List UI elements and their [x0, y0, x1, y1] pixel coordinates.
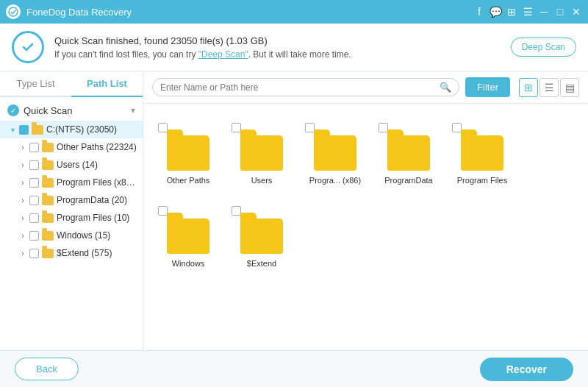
- status-banner: Quick Scan finished, found 23050 file(s)…: [0, 24, 588, 71]
- tree-checkbox[interactable]: [19, 125, 29, 135]
- back-button[interactable]: Back: [15, 358, 79, 380]
- facebook-icon[interactable]: f: [473, 6, 485, 18]
- file-toolbar: 🔍 Filter ⊞ ☰ ▤: [143, 71, 588, 104]
- tree-checkbox[interactable]: [29, 196, 39, 205]
- bottom-bar: Back Recover: [0, 350, 588, 387]
- expander-icon: ›: [18, 160, 28, 170]
- chat-icon[interactable]: 💬: [490, 6, 501, 18]
- tree-checkbox[interactable]: [29, 143, 39, 152]
- folder-big-icon: [314, 135, 356, 171]
- tree-checkbox[interactable]: [29, 249, 39, 258]
- file-item-name: Windows: [172, 258, 205, 269]
- filter-button[interactable]: Filter: [465, 77, 510, 97]
- folder-big-icon: [387, 135, 430, 171]
- tree-item-label: Other Paths (22324): [57, 142, 138, 152]
- status-text: Quick Scan finished, found 23050 file(s)…: [54, 35, 511, 60]
- folder-big-icon: [167, 135, 209, 171]
- expander-icon: ›: [18, 195, 28, 205]
- tree-checkbox[interactable]: [29, 213, 39, 223]
- folder-icon: [42, 249, 54, 258]
- tree-item-programdata[interactable]: › ProgramData (20): [0, 191, 143, 209]
- folder-icon: [42, 231, 54, 241]
- search-input[interactable]: [160, 82, 440, 93]
- tree-item-program-files-x86[interactable]: › Program Files (x86) (9...: [0, 174, 143, 191]
- tree-item-root[interactable]: ▾ C:(NTFS) (23050): [0, 121, 143, 138]
- expander-icon: ›: [18, 230, 28, 241]
- tree-item-other-paths[interactable]: › Other Paths (22324): [0, 138, 143, 156]
- menu-icon[interactable]: ☰: [522, 6, 534, 18]
- list-item[interactable]: Progra... (x86): [302, 116, 368, 191]
- tree-checkbox[interactable]: [29, 178, 39, 188]
- detail-view-button[interactable]: ▤: [560, 78, 579, 97]
- folder-icon: [42, 143, 54, 152]
- main-content: Quick Scan finished, found 23050 file(s)…: [0, 24, 588, 387]
- tab-row: Type List Path List: [0, 71, 143, 97]
- tree-item-label: Program Files (x86) (9...: [57, 177, 138, 188]
- scan-result-line2: If you can't find lost files, you can tr…: [54, 49, 511, 60]
- tab-path-list[interactable]: Path List: [71, 71, 143, 97]
- folder-icon: [32, 125, 43, 135]
- expander-icon: ›: [18, 142, 28, 152]
- tree-item-windows[interactable]: › Windows (15): [0, 227, 143, 244]
- search-box: 🔍: [152, 78, 459, 96]
- folder-icon: [42, 178, 54, 188]
- file-item-name: Progra... (x86): [309, 175, 361, 185]
- tree-item-users[interactable]: › Users (14): [0, 156, 143, 174]
- hint-suffix: . But it will take more time.: [248, 49, 351, 60]
- tree-item-label: Windows (15): [57, 230, 138, 241]
- recover-button[interactable]: Recover: [480, 358, 573, 381]
- deep-scan-link[interactable]: "Deep Scan": [198, 49, 248, 60]
- minimize-icon[interactable]: ─: [538, 6, 550, 18]
- chevron-down-icon: ▾: [131, 105, 135, 116]
- list-item[interactable]: Other Paths: [155, 116, 221, 191]
- hint-prefix: If you can't find lost files, you can tr…: [54, 49, 198, 60]
- view-buttons: ⊞ ☰ ▤: [519, 78, 579, 97]
- tree-item-label: Program Files (10): [57, 213, 138, 223]
- folder-icon: [42, 196, 54, 205]
- file-item-name: ProgramData: [384, 175, 432, 185]
- expander-icon: ›: [18, 177, 28, 188]
- grid-view-button[interactable]: ⊞: [519, 78, 538, 97]
- file-item-name: Program Files: [457, 175, 507, 185]
- list-item[interactable]: Users: [229, 116, 295, 191]
- tree-checkbox[interactable]: [29, 160, 39, 170]
- tree-area: Quick Scan ▾ ▾ C:(NTFS) (23050) › Other …: [0, 97, 143, 350]
- file-area: 🔍 Filter ⊞ ☰ ▤ Other Paths: [143, 71, 588, 350]
- tree-item-extend[interactable]: › $Extend (575): [0, 244, 143, 262]
- folder-big-icon: [240, 219, 283, 254]
- app-logo: [6, 4, 21, 19]
- svg-point-0: [9, 7, 18, 16]
- folder-icon: [42, 213, 54, 223]
- list-item[interactable]: $Extend: [229, 199, 295, 274]
- expander-icon: ▾: [7, 124, 18, 135]
- tree-checkbox[interactable]: [29, 231, 39, 241]
- sidebar: Type List Path List Quick Scan ▾ ▾ C:(NT…: [0, 71, 143, 350]
- title-bar: FoneDog Data Recovery f 💬 ⊞ ☰ ─ □ ✕: [0, 0, 588, 24]
- app-title: FoneDog Data Recovery: [26, 7, 473, 18]
- list-item[interactable]: Program Files: [449, 116, 515, 191]
- scan-result-line1: Quick Scan finished, found 23050 file(s)…: [54, 35, 511, 46]
- expander-icon: ›: [18, 248, 28, 258]
- tree-item-program-files[interactable]: › Program Files (10): [0, 209, 143, 227]
- quick-scan-row[interactable]: Quick Scan ▾: [0, 100, 143, 121]
- tree-item-label: ProgramData (20): [57, 195, 138, 205]
- tree-item-label: C:(NTFS) (23050): [46, 124, 138, 135]
- file-grid: Other Paths Users Progra... (x86: [143, 104, 588, 350]
- deep-scan-button[interactable]: Deep Scan: [511, 38, 576, 57]
- folder-icon: [42, 160, 54, 170]
- file-item-name: Other Paths: [167, 175, 210, 185]
- tab-type-list[interactable]: Type List: [0, 71, 71, 97]
- grid-icon[interactable]: ⊞: [506, 6, 517, 18]
- list-item[interactable]: ProgramData: [376, 116, 442, 191]
- search-icon: 🔍: [440, 82, 451, 93]
- file-item-name: Users: [251, 175, 273, 185]
- status-icon: [12, 31, 44, 63]
- maximize-icon[interactable]: □: [554, 6, 566, 18]
- tree-item-label: $Extend (575): [57, 248, 138, 258]
- list-view-button[interactable]: ☰: [539, 78, 559, 97]
- close-icon[interactable]: ✕: [570, 6, 582, 18]
- quick-scan-label: Quick Scan: [24, 105, 131, 116]
- scan-check-icon: [7, 104, 19, 116]
- window-controls: f 💬 ⊞ ☰ ─ □ ✕: [473, 6, 582, 18]
- list-item[interactable]: Windows: [155, 199, 221, 274]
